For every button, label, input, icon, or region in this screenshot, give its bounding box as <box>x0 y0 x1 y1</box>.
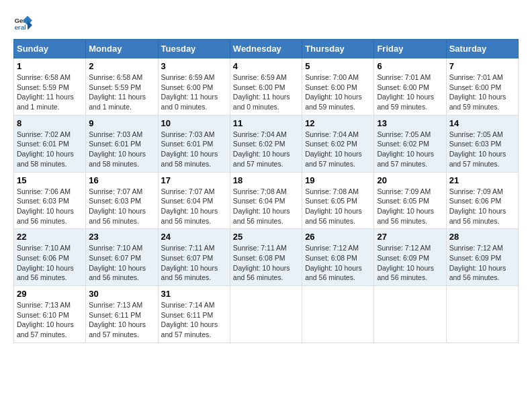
calendar-cell <box>230 286 302 343</box>
day-number: 1 <box>17 61 83 71</box>
day-number: 14 <box>449 118 515 128</box>
day-number: 21 <box>449 175 515 185</box>
calendar-cell: 4 Sunrise: 6:59 AM Sunset: 6:00 PM Dayli… <box>230 58 302 116</box>
day-number: 11 <box>233 118 299 128</box>
calendar-cell: 25 Sunrise: 7:11 AM Sunset: 6:08 PM Dayl… <box>230 229 302 286</box>
day-info: Sunrise: 7:04 AM Sunset: 6:02 PM Dayligh… <box>233 130 299 169</box>
calendar-cell: 24 Sunrise: 7:11 AM Sunset: 6:07 PM Dayl… <box>158 229 230 286</box>
day-info: Sunrise: 7:09 AM Sunset: 6:05 PM Dayligh… <box>377 187 443 226</box>
day-info: Sunrise: 7:10 AM Sunset: 6:06 PM Dayligh… <box>17 243 83 283</box>
day-info: Sunrise: 7:03 AM Sunset: 6:01 PM Dayligh… <box>89 130 154 169</box>
svg-text:eral: eral <box>14 24 26 31</box>
calendar-cell: 16 Sunrise: 7:07 AM Sunset: 6:03 PM Dayl… <box>86 172 158 229</box>
day-info: Sunrise: 7:13 AM Sunset: 6:10 PM Dayligh… <box>17 300 83 340</box>
day-number: 17 <box>161 175 227 185</box>
day-number: 6 <box>377 61 443 71</box>
calendar-cell: 31 Sunrise: 7:14 AM Sunset: 6:11 PM Dayl… <box>158 286 230 343</box>
calendar-cell: 26 Sunrise: 7:12 AM Sunset: 6:08 PM Dayl… <box>302 229 374 286</box>
calendar-cell: 29 Sunrise: 7:13 AM Sunset: 6:10 PM Dayl… <box>14 286 86 343</box>
calendar-cell: 13 Sunrise: 7:05 AM Sunset: 6:02 PM Dayl… <box>374 115 446 172</box>
day-info: Sunrise: 7:02 AM Sunset: 6:01 PM Dayligh… <box>17 130 83 169</box>
day-number: 9 <box>89 118 154 128</box>
calendar-cell: 22 Sunrise: 7:10 AM Sunset: 6:06 PM Dayl… <box>14 229 86 286</box>
calendar-cell: 5 Sunrise: 7:00 AM Sunset: 6:00 PM Dayli… <box>302 58 374 116</box>
day-info: Sunrise: 7:00 AM Sunset: 6:00 PM Dayligh… <box>305 73 371 112</box>
calendar-cell: 19 Sunrise: 7:08 AM Sunset: 6:05 PM Dayl… <box>302 172 374 229</box>
day-number: 12 <box>305 118 371 128</box>
day-info: Sunrise: 7:01 AM Sunset: 6:00 PM Dayligh… <box>449 73 515 112</box>
day-info: Sunrise: 6:59 AM Sunset: 6:00 PM Dayligh… <box>161 73 227 112</box>
week-row: 15 Sunrise: 7:06 AM Sunset: 6:03 PM Dayl… <box>14 172 519 229</box>
day-number: 25 <box>233 232 299 242</box>
day-info: Sunrise: 7:07 AM Sunset: 6:03 PM Dayligh… <box>89 187 154 226</box>
day-info: Sunrise: 7:11 AM Sunset: 6:07 PM Dayligh… <box>161 243 227 283</box>
weekday-header-row: SundayMondayTuesdayWednesdayThursdayFrid… <box>14 40 519 58</box>
day-info: Sunrise: 7:07 AM Sunset: 6:04 PM Dayligh… <box>161 187 227 226</box>
weekday-header-thursday: Thursday <box>302 40 374 58</box>
weekday-header-wednesday: Wednesday <box>230 40 302 58</box>
day-info: Sunrise: 7:14 AM Sunset: 6:11 PM Dayligh… <box>161 300 227 340</box>
weekday-header-tuesday: Tuesday <box>158 40 230 58</box>
calendar-cell: 15 Sunrise: 7:06 AM Sunset: 6:03 PM Dayl… <box>14 172 86 229</box>
day-number: 23 <box>89 232 154 242</box>
calendar-table: SundayMondayTuesdayWednesdayThursdayFrid… <box>13 39 519 343</box>
day-number: 13 <box>377 118 443 128</box>
day-number: 15 <box>17 175 83 185</box>
calendar-cell: 18 Sunrise: 7:08 AM Sunset: 6:04 PM Dayl… <box>230 172 302 229</box>
weekday-header-friday: Friday <box>374 40 446 58</box>
week-row: 22 Sunrise: 7:10 AM Sunset: 6:06 PM Dayl… <box>14 229 519 286</box>
calendar-cell: 9 Sunrise: 7:03 AM Sunset: 6:01 PM Dayli… <box>86 115 158 172</box>
calendar-cell: 7 Sunrise: 7:01 AM Sunset: 6:00 PM Dayli… <box>446 58 518 116</box>
calendar-cell: 23 Sunrise: 7:10 AM Sunset: 6:07 PM Dayl… <box>86 229 158 286</box>
day-number: 5 <box>305 61 371 71</box>
day-info: Sunrise: 7:12 AM Sunset: 6:08 PM Dayligh… <box>305 243 371 283</box>
calendar-cell: 8 Sunrise: 7:02 AM Sunset: 6:01 PM Dayli… <box>14 115 86 172</box>
day-number: 20 <box>377 175 443 185</box>
day-number: 28 <box>449 232 515 242</box>
day-number: 16 <box>89 175 154 185</box>
day-number: 7 <box>449 61 515 71</box>
day-info: Sunrise: 7:10 AM Sunset: 6:07 PM Dayligh… <box>89 243 154 283</box>
day-info: Sunrise: 7:12 AM Sunset: 6:09 PM Dayligh… <box>377 243 443 283</box>
page-header: Gen eral <box>13 13 519 32</box>
day-number: 8 <box>17 118 83 128</box>
day-number: 18 <box>233 175 299 185</box>
calendar-cell: 10 Sunrise: 7:03 AM Sunset: 6:01 PM Dayl… <box>158 115 230 172</box>
calendar-cell: 27 Sunrise: 7:12 AM Sunset: 6:09 PM Dayl… <box>374 229 446 286</box>
day-info: Sunrise: 7:06 AM Sunset: 6:03 PM Dayligh… <box>17 187 83 226</box>
day-info: Sunrise: 7:05 AM Sunset: 6:02 PM Dayligh… <box>377 130 443 169</box>
day-number: 22 <box>17 232 83 242</box>
day-info: Sunrise: 7:11 AM Sunset: 6:08 PM Dayligh… <box>233 243 299 283</box>
day-number: 29 <box>17 289 83 299</box>
day-info: Sunrise: 7:01 AM Sunset: 6:00 PM Dayligh… <box>377 73 443 112</box>
calendar-cell: 17 Sunrise: 7:07 AM Sunset: 6:04 PM Dayl… <box>158 172 230 229</box>
calendar-cell: 1 Sunrise: 6:58 AM Sunset: 5:59 PM Dayli… <box>14 58 86 116</box>
week-row: 29 Sunrise: 7:13 AM Sunset: 6:10 PM Dayl… <box>14 286 519 343</box>
day-info: Sunrise: 7:08 AM Sunset: 6:05 PM Dayligh… <box>305 187 371 226</box>
logo: Gen eral <box>13 13 35 32</box>
day-number: 10 <box>161 118 227 128</box>
calendar-cell <box>302 286 374 343</box>
day-number: 24 <box>161 232 227 242</box>
calendar-cell: 11 Sunrise: 7:04 AM Sunset: 6:02 PM Dayl… <box>230 115 302 172</box>
day-info: Sunrise: 6:58 AM Sunset: 5:59 PM Dayligh… <box>89 73 154 112</box>
calendar-cell: 21 Sunrise: 7:09 AM Sunset: 6:06 PM Dayl… <box>446 172 518 229</box>
day-number: 26 <box>305 232 371 242</box>
day-info: Sunrise: 7:04 AM Sunset: 6:02 PM Dayligh… <box>305 130 371 169</box>
calendar-cell: 20 Sunrise: 7:09 AM Sunset: 6:05 PM Dayl… <box>374 172 446 229</box>
day-number: 3 <box>161 61 227 71</box>
day-number: 19 <box>305 175 371 185</box>
day-info: Sunrise: 7:05 AM Sunset: 6:03 PM Dayligh… <box>449 130 515 169</box>
day-info: Sunrise: 7:09 AM Sunset: 6:06 PM Dayligh… <box>449 187 515 226</box>
day-number: 30 <box>89 289 154 299</box>
day-info: Sunrise: 7:03 AM Sunset: 6:01 PM Dayligh… <box>161 130 227 169</box>
calendar-cell: 12 Sunrise: 7:04 AM Sunset: 6:02 PM Dayl… <box>302 115 374 172</box>
day-info: Sunrise: 7:13 AM Sunset: 6:11 PM Dayligh… <box>89 300 154 340</box>
calendar-cell: 3 Sunrise: 6:59 AM Sunset: 6:00 PM Dayli… <box>158 58 230 116</box>
day-info: Sunrise: 6:59 AM Sunset: 6:00 PM Dayligh… <box>233 73 299 112</box>
day-info: Sunrise: 7:12 AM Sunset: 6:09 PM Dayligh… <box>449 243 515 283</box>
day-info: Sunrise: 6:58 AM Sunset: 5:59 PM Dayligh… <box>17 73 83 112</box>
weekday-header-sunday: Sunday <box>14 40 86 58</box>
week-row: 8 Sunrise: 7:02 AM Sunset: 6:01 PM Dayli… <box>14 115 519 172</box>
calendar-cell: 6 Sunrise: 7:01 AM Sunset: 6:00 PM Dayli… <box>374 58 446 116</box>
